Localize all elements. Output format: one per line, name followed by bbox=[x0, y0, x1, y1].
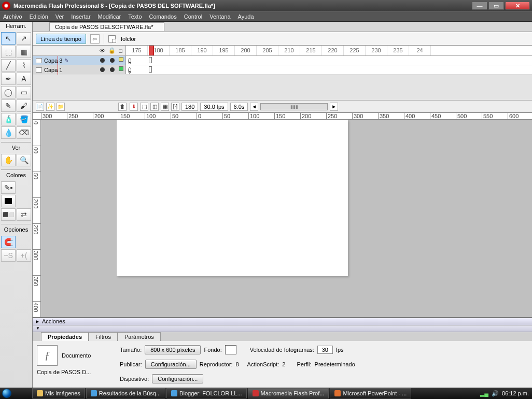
menu-comandos[interactable]: Comandos bbox=[149, 13, 177, 20]
gradient-transform-tool[interactable]: ▦ bbox=[17, 46, 31, 58]
minimize-button[interactable]: — bbox=[472, 2, 487, 10]
frame-tick[interactable]: 230 bbox=[366, 46, 387, 55]
maximize-button[interactable]: ▭ bbox=[488, 2, 504, 10]
menu-texto[interactable]: Texto bbox=[128, 13, 142, 20]
props-tab-2[interactable]: Parámetros bbox=[118, 332, 161, 341]
frame-tick[interactable]: 225 bbox=[344, 46, 366, 55]
default-colors-button[interactable]: ⬛⬜ bbox=[1, 208, 16, 221]
timeline-scrollbar[interactable]: ▮▮▮ bbox=[260, 103, 328, 110]
device-settings-button[interactable]: Configuración... bbox=[152, 374, 203, 383]
pen-tool[interactable]: ✒ bbox=[1, 73, 16, 85]
center-frame-button[interactable]: ⬇ bbox=[130, 103, 138, 111]
frame-tick[interactable]: 190 bbox=[191, 46, 213, 55]
stroke-color-picker[interactable]: ✎▪ bbox=[1, 181, 16, 194]
subselection-tool[interactable]: ↗ bbox=[17, 32, 31, 45]
taskbar-item[interactable]: Mis imágenes bbox=[32, 388, 85, 398]
stage-canvas[interactable] bbox=[117, 120, 348, 276]
insert-layer-button[interactable]: 📄 bbox=[36, 103, 44, 111]
menu-modificar[interactable]: Modificar bbox=[98, 13, 121, 20]
taskbar-item[interactable]: Blogger: FOLCLOR LL... bbox=[166, 388, 246, 398]
brush-tool[interactable]: 🖌 bbox=[17, 99, 31, 112]
scroll-right-button[interactable]: ► bbox=[330, 103, 338, 111]
fill-color-picker[interactable] bbox=[1, 195, 16, 207]
frame-tick[interactable]: 220 bbox=[322, 46, 344, 55]
pencil-tool[interactable]: ✎ bbox=[1, 99, 16, 112]
edit-multiple-frames-button[interactable]: ▦ bbox=[161, 103, 169, 111]
actions-panel-header[interactable]: ▶ Acciones bbox=[33, 318, 532, 325]
framerate-input[interactable] bbox=[317, 346, 333, 354]
layer-row[interactable]: Capa 1 bbox=[33, 65, 532, 75]
free-transform-tool[interactable]: ⬚ bbox=[1, 46, 16, 58]
snap-option[interactable]: 🧲 bbox=[1, 236, 16, 248]
lock-column-icon[interactable]: 🔒 bbox=[108, 47, 116, 54]
delete-layer-button[interactable]: 🗑 bbox=[118, 103, 127, 111]
scene-back-button[interactable]: ⇦ bbox=[90, 34, 100, 44]
view-section-header: Ver bbox=[1, 145, 31, 153]
taskbar-item[interactable]: Microsoft PowerPoint - ... bbox=[330, 388, 411, 398]
smooth-option[interactable]: ~S bbox=[1, 249, 16, 262]
outline-column-icon[interactable]: □ bbox=[119, 48, 122, 54]
props-tab-1[interactable]: Filtros bbox=[89, 332, 118, 341]
scroll-left-button[interactable]: ◄ bbox=[250, 103, 258, 111]
onion-skin-outlines-button[interactable]: ◫ bbox=[150, 103, 159, 111]
text-tool[interactable]: A bbox=[17, 73, 31, 85]
close-button[interactable] bbox=[505, 2, 530, 10]
swap-colors-button[interactable]: ⇄ bbox=[17, 208, 31, 221]
document-tab-bar: Copia de PASOS DELSOFTWARE.fla* — ❐ ✕ bbox=[33, 22, 532, 32]
properties-panel-header[interactable]: ▼ bbox=[33, 325, 532, 333]
frame-tick[interactable]: 205 bbox=[257, 46, 278, 55]
menu-archivo[interactable]: Archivo bbox=[3, 13, 22, 20]
frame-tick[interactable]: 24 bbox=[409, 46, 431, 55]
document-tab[interactable]: Copia de PASOS DELSOFTWARE.fla* bbox=[49, 22, 164, 31]
layer-header: 👁 🔒 □ bbox=[33, 46, 126, 55]
expand-icon: ▶ bbox=[36, 319, 39, 324]
props-tab-0[interactable]: Propiedades bbox=[41, 332, 89, 341]
straighten-option[interactable]: +( bbox=[17, 249, 31, 262]
taskbar-item[interactable]: Macromedia Flash Prof... bbox=[248, 388, 329, 398]
frame-tick[interactable]: 175 bbox=[126, 46, 148, 55]
tray-network-icon[interactable]: ▂▄ bbox=[480, 390, 488, 397]
taskbar-item[interactable]: Resultados de la Búsq... bbox=[86, 388, 165, 398]
menu-ayuda[interactable]: Ayuda bbox=[238, 13, 254, 20]
canvas-viewport[interactable] bbox=[41, 120, 532, 317]
document-type-label: Documento bbox=[62, 352, 91, 359]
paint-bucket-tool[interactable]: 🪣 bbox=[17, 113, 31, 125]
size-button[interactable]: 800 x 600 píxeles bbox=[145, 345, 201, 354]
hand-tool[interactable]: ✋ bbox=[1, 154, 16, 166]
oval-tool[interactable]: ◯ bbox=[1, 86, 16, 98]
menu-insertar[interactable]: Insertar bbox=[71, 13, 90, 20]
insert-folder-button[interactable]: 📁 bbox=[57, 103, 65, 111]
rectangle-tool[interactable]: ▭ bbox=[17, 86, 31, 98]
menu-ventana[interactable]: Ventana bbox=[209, 13, 230, 20]
line-tool[interactable]: ╱ bbox=[1, 59, 16, 72]
frame-ruler[interactable]: 1751801851901952002052102152202252302352… bbox=[126, 46, 532, 55]
frame-tick[interactable]: 210 bbox=[278, 46, 300, 55]
timeline-toggle-button[interactable]: Línea de tiempo bbox=[36, 34, 86, 44]
frame-tick[interactable]: 185 bbox=[170, 46, 191, 55]
start-button[interactable] bbox=[0, 388, 31, 399]
onion-skin-button[interactable]: ⬚ bbox=[140, 103, 148, 111]
menu-edición[interactable]: Edición bbox=[30, 13, 48, 20]
menu-ver[interactable]: Ver bbox=[55, 13, 64, 20]
tray-volume-icon[interactable]: 🔊 bbox=[492, 390, 499, 397]
background-swatch[interactable] bbox=[225, 345, 236, 354]
clock[interactable]: 06:12 p.m. bbox=[502, 390, 529, 396]
layer-row[interactable]: Capa 3✎ bbox=[33, 56, 532, 65]
lasso-tool[interactable]: ⌇ bbox=[17, 59, 31, 72]
menu-control[interactable]: Control bbox=[184, 13, 202, 20]
publish-settings-button[interactable]: Configuración... bbox=[145, 360, 197, 369]
insert-motion-guide-button[interactable]: ✨ bbox=[46, 103, 54, 111]
visibility-column-icon[interactable]: 👁 bbox=[100, 48, 105, 54]
fps-unit-label: fps bbox=[336, 347, 344, 353]
frame-tick[interactable]: 195 bbox=[213, 46, 235, 55]
selection-tool[interactable]: ↖ bbox=[1, 32, 16, 45]
playhead[interactable] bbox=[149, 46, 154, 55]
frame-tick[interactable]: 200 bbox=[235, 46, 257, 55]
zoom-tool[interactable]: 🔍 bbox=[17, 154, 31, 166]
frame-tick[interactable]: 235 bbox=[387, 46, 409, 55]
eyedropper-tool[interactable]: 💧 bbox=[1, 126, 16, 139]
modify-onion-markers-button[interactable]: [·] bbox=[171, 103, 179, 111]
ink-bottle-tool[interactable]: 🧴 bbox=[1, 113, 16, 125]
frame-tick[interactable]: 215 bbox=[300, 46, 322, 55]
eraser-tool[interactable]: ⌫ bbox=[17, 126, 31, 139]
